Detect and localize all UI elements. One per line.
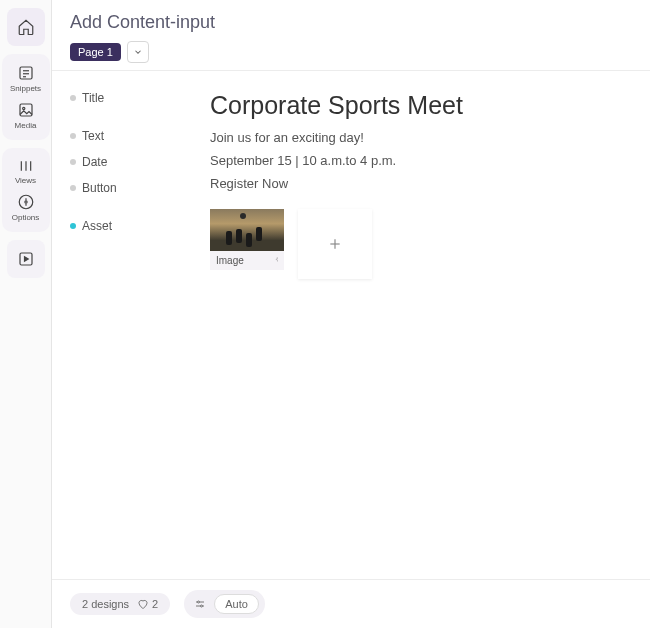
asset-pin-icon[interactable] <box>270 257 278 265</box>
sidebar-item-options[interactable]: Options <box>4 189 48 226</box>
auto-label: Auto <box>214 594 259 614</box>
page-dropdown-button[interactable] <box>127 41 149 63</box>
field-dot <box>70 133 76 139</box>
sidebar-group-config: Views Options <box>2 148 50 232</box>
sidebar-label-media: Media <box>15 121 37 130</box>
field-item-date[interactable]: Date <box>70 155 170 169</box>
sidebar-label-options: Options <box>12 213 40 222</box>
views-icon <box>17 158 35 174</box>
fav-count-value: 2 <box>152 598 158 610</box>
asset-caption-label: Image <box>216 255 244 266</box>
field-label: Asset <box>82 219 112 233</box>
home-icon <box>17 18 35 36</box>
snippets-icon <box>17 64 35 82</box>
field-label: Text <box>82 129 104 143</box>
sidebar-item-media[interactable]: Media <box>4 97 48 134</box>
svg-rect-4 <box>20 104 32 116</box>
page-badge[interactable]: Page 1 <box>70 43 121 61</box>
chevron-down-icon <box>133 47 143 57</box>
svg-point-12 <box>24 201 26 203</box>
field-dot <box>70 159 76 165</box>
asset-thumbnail <box>210 209 284 251</box>
favorites-count: 2 <box>137 598 158 610</box>
field-label: Button <box>82 181 117 195</box>
field-list: Title Text Date Button Asset <box>70 91 170 579</box>
sidebar-item-views[interactable]: Views <box>4 154 48 189</box>
svg-point-19 <box>201 605 203 607</box>
svg-point-9 <box>19 195 33 209</box>
field-dot <box>70 95 76 101</box>
footer-bar: 2 designs 2 Auto <box>52 579 650 628</box>
designs-count-label: 2 designs <box>82 598 129 610</box>
heart-icon <box>137 598 149 610</box>
home-button[interactable] <box>7 8 45 46</box>
main-panel: Add Content-input Page 1 Title Text Date <box>52 0 650 628</box>
sidebar-group-content: Snippets Media <box>2 54 50 140</box>
asset-row: Image <box>210 209 632 279</box>
sidebar-label-views: Views <box>15 176 36 185</box>
left-sidebar: Snippets Media Views Options <box>0 0 52 628</box>
preview-text[interactable]: Join us for an exciting day! <box>210 130 632 145</box>
field-item-asset[interactable]: Asset <box>70 219 170 233</box>
options-icon <box>17 193 35 211</box>
play-button[interactable] <box>7 240 45 278</box>
page-selector-bar: Page 1 <box>52 41 650 71</box>
designs-pill[interactable]: 2 designs 2 <box>70 593 170 615</box>
asset-tile[interactable]: Image <box>210 209 284 279</box>
preview-date[interactable]: September 15 | 10 a.m.to 4 p.m. <box>210 153 632 168</box>
field-label: Title <box>82 91 104 105</box>
plus-icon <box>328 237 342 251</box>
sliders-icon <box>194 598 206 610</box>
play-icon <box>17 250 35 268</box>
content-preview: Corporate Sports Meet Join us for an exc… <box>210 91 632 579</box>
content-area: Title Text Date Button Asset Corporate S… <box>52 71 650 579</box>
field-dot-active <box>70 223 76 229</box>
field-item-button[interactable]: Button <box>70 181 170 195</box>
field-dot <box>70 185 76 191</box>
sidebar-label-snippets: Snippets <box>10 84 41 93</box>
add-asset-button[interactable] <box>298 209 372 279</box>
page-title: Add Content-input <box>52 0 650 41</box>
preview-button-label[interactable]: Register Now <box>210 176 632 191</box>
preview-title[interactable]: Corporate Sports Meet <box>210 91 632 120</box>
auto-pill[interactable]: Auto <box>184 590 265 618</box>
svg-point-17 <box>198 601 200 603</box>
field-item-text[interactable]: Text <box>70 129 170 143</box>
sidebar-item-snippets[interactable]: Snippets <box>4 60 48 97</box>
field-label: Date <box>82 155 107 169</box>
media-icon <box>17 101 35 119</box>
asset-caption-bar: Image <box>210 251 284 270</box>
svg-point-5 <box>22 107 24 109</box>
field-item-title[interactable]: Title <box>70 91 170 105</box>
